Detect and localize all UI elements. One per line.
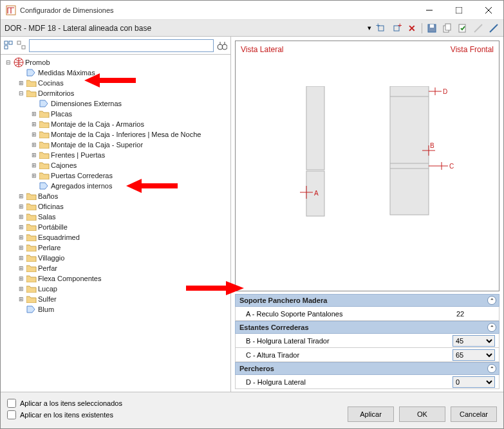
tree-view[interactable]: ⊟Promob+Medidas Máximas⊞Cocinas⊟Dormitor… [1,55,230,393]
folder-icon [26,264,37,273]
tree-item[interactable]: +Agregados internos [5,181,229,191]
expander-icon[interactable]: ⊞ [30,119,38,129]
tree-collapse-icon[interactable] [16,40,26,51]
copy-icon[interactable] [442,23,453,34]
tree-item[interactable]: ⊞Frentes | Puertas [5,150,229,160]
property-value: 22 [456,310,495,318]
minimize-button[interactable] [415,1,444,20]
apply-existing-label: Aplicar en los itens existentes [20,411,113,419]
tree-item[interactable]: ⊞Montaje de la Caja - Armarios [5,119,229,129]
apply-selected-checkbox[interactable] [7,399,16,408]
collapse-icon[interactable]: ⌃ [487,296,496,305]
expander-icon[interactable]: ⊞ [17,78,25,88]
tree-item-label: Cajones [51,160,77,170]
folder-icon [26,233,37,242]
expander-icon[interactable]: ⊞ [30,140,38,150]
folder-icon [39,109,50,118]
expander-icon[interactable]: ⊞ [17,212,25,222]
tree-item[interactable]: ⊞Esquadrimed [5,232,229,242]
property-group-header[interactable]: Soporte Panchero Madera⌃ [235,294,499,307]
svg-rect-19 [17,41,21,44]
expander-icon[interactable]: ⊞ [17,294,25,304]
tree-item-label: Salas [38,212,56,222]
link-icon[interactable] [488,23,499,34]
property-group-header[interactable]: Estantes Correderas⌃ [235,321,499,334]
tree-item[interactable]: +Blum [5,304,229,315]
tree-item[interactable]: ⊞Portábille [5,222,229,232]
tree-root-node[interactable]: ⊟Promob [5,57,229,68]
expander-icon[interactable]: ⊞ [17,222,25,232]
folder-icon [26,89,37,98]
tree-item[interactable]: ⊞Flexa Componentes [5,273,229,284]
expander-icon[interactable]: ⊞ [17,232,25,242]
dropdown-icon[interactable]: ▾ [364,23,375,34]
tree-item[interactable]: ⊟Dormitorios [5,88,229,98]
expander-icon[interactable]: ⊞ [17,253,25,263]
expander-icon[interactable]: ⊞ [17,242,25,253]
tree-item[interactable]: ⊞Oficinas [5,201,229,212]
collapse-icon[interactable]: ⌃ [487,364,496,373]
tree-item-label: Flexa Componentes [38,273,101,284]
folder-icon [39,151,50,160]
tree-item[interactable]: ⊞Sulfer [5,294,229,304]
search-input[interactable] [29,39,214,52]
property-value-select[interactable]: 45 [453,335,495,347]
tree-item-label: Frentes | Puertas [51,150,105,160]
view-label-frontal: Vista Frontal [451,45,494,54]
tree-item[interactable]: ⊞Salas [5,212,229,222]
delete-icon[interactable]: ✕ [406,23,418,34]
property-value-select[interactable]: 65 [453,349,495,361]
tag-icon [26,68,37,77]
property-group-header[interactable]: Percheros⌃ [235,362,499,375]
expander-icon[interactable]: ⊞ [30,109,38,119]
expander-icon[interactable]: ⊟ [5,57,12,68]
expander-icon[interactable]: ⊞ [17,201,25,212]
folder-icon [39,161,50,170]
expander-icon[interactable]: ⊞ [17,273,25,284]
svg-text:B: B [430,142,434,149]
maximize-button[interactable] [444,1,474,20]
expander-icon[interactable]: ⊞ [30,160,38,170]
tree-item[interactable]: +Medidas Máximas [5,68,229,78]
expander-icon[interactable]: ⊟ [17,88,25,98]
expander-icon[interactable]: ⊞ [30,170,38,181]
collapse-icon[interactable]: ⌃ [487,323,496,332]
add-left-icon[interactable]: + [375,23,387,34]
folder-icon [26,253,37,262]
expander-icon[interactable]: ⊞ [30,150,38,160]
apply-existing-checkbox[interactable] [7,410,16,419]
add-right-icon[interactable]: + [391,23,402,34]
tree-item[interactable]: ⊞Perfar [5,263,229,273]
apply-button[interactable]: Aplicar [348,406,394,422]
save-icon[interactable] [426,23,438,34]
tree-item[interactable]: +Dimensiones Externas [5,98,229,109]
tag-icon [39,99,50,108]
tree-item[interactable]: ⊞Puertas Correderas [5,170,229,181]
folder-icon [26,295,37,304]
tree-item[interactable]: ⊞Cajones [5,160,229,170]
svg-rect-17 [9,41,12,44]
tree-item[interactable]: ⊞Cocinas [5,78,229,88]
link-off-icon[interactable] [472,23,484,34]
property-value-select[interactable]: 0 [453,376,495,388]
tree-item[interactable]: ⊞Villaggio [5,253,229,263]
tree-item[interactable]: ⊞Baños [5,191,229,201]
tree-item[interactable]: ⊞Perlare [5,242,229,253]
expander-icon[interactable]: ⊞ [17,263,25,273]
cancel-button[interactable]: Cancelar [451,406,497,422]
ok-button[interactable]: OK [399,406,445,422]
expander-icon[interactable]: ⊞ [17,191,25,201]
close-button[interactable] [474,1,503,20]
binoculars-icon[interactable] [216,40,228,51]
expander-icon[interactable]: ⊞ [30,129,38,140]
tree-item-label: Portábille [38,222,68,232]
folder-icon [39,171,50,180]
tree-expand-icon[interactable] [3,40,14,51]
tree-item[interactable]: ⊞Montaje de la Caja - Superior [5,140,229,150]
expander-icon[interactable]: ⊞ [17,284,25,294]
tree-item-label: Montaje de la Caja - Armarios [51,119,144,129]
tree-item[interactable]: ⊞Placas [5,109,229,119]
tree-item[interactable]: ⊞Lucap [5,284,229,294]
tree-item[interactable]: ⊞Montaje de la Caja - Inferiores | Mesa … [5,129,229,140]
apply-icon[interactable] [457,23,469,34]
